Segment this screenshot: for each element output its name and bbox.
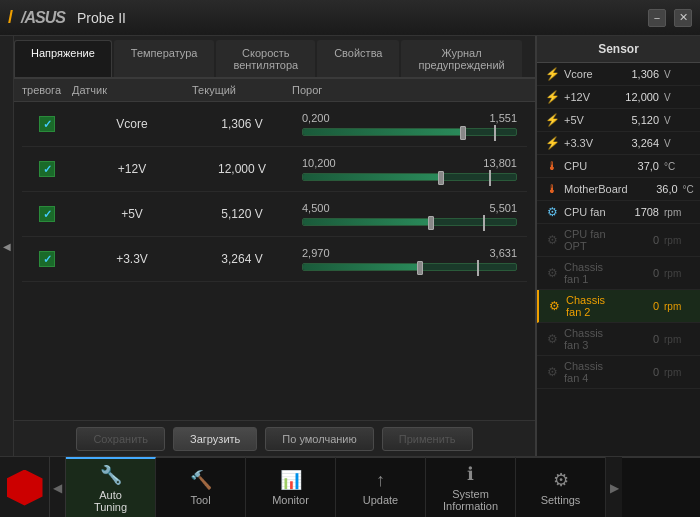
sensor-icon-8: ⚙ bbox=[545, 266, 559, 280]
sidebar-sensor-label-0: Vcore bbox=[564, 68, 609, 80]
app-logo: / /ASUS Probe II bbox=[8, 7, 126, 28]
sensor-name-3: +3.3V bbox=[72, 252, 192, 266]
sidebar-sensor-2[interactable]: ⚡ +5V 5,120 V bbox=[537, 109, 700, 132]
nav-btn-auto-tuning[interactable]: 🔧 AutoTuning bbox=[66, 457, 156, 517]
slider-track-2[interactable] bbox=[302, 218, 517, 226]
sidebar-sensor-label-6: CPU fan bbox=[564, 206, 609, 218]
load-button[interactable]: Загрузить bbox=[173, 427, 257, 451]
sensor-table: тревога Датчик Текущий Порог Vcore 1,306… bbox=[14, 79, 535, 420]
nav-btn-update[interactable]: ↑ Update bbox=[336, 457, 426, 517]
slider-fill-3 bbox=[303, 264, 420, 270]
close-button[interactable]: ✕ bbox=[674, 9, 692, 27]
sidebar-items: ⚡ Vcore 1,306 V ⚡ +12V 12,000 V ⚡ +5V 5,… bbox=[537, 63, 700, 389]
sidebar-sensor-8[interactable]: ⚙ Chassis fan 1 0 rpm bbox=[537, 257, 700, 290]
sensor-name-1: +12V bbox=[72, 162, 192, 176]
titlebar: / /ASUS Probe II − ✕ bbox=[0, 0, 700, 36]
sensor-icon-4: 🌡 bbox=[545, 159, 559, 173]
sidebar-sensor-5[interactable]: 🌡 MotherBoard 36,0 °C bbox=[537, 178, 700, 201]
minimize-button[interactable]: − bbox=[648, 9, 666, 27]
checkbox-cell-0 bbox=[22, 116, 72, 132]
asus-logo-text: /ASUS bbox=[21, 9, 65, 27]
sidebar-sensor-unit-1: V bbox=[664, 92, 692, 103]
tab-properties[interactable]: Свойства bbox=[317, 40, 399, 77]
threshold-min-3: 2,970 bbox=[302, 247, 330, 259]
col-threshold: Порог bbox=[292, 84, 527, 96]
chevron-left-icon: ◀ bbox=[53, 481, 62, 495]
sidebar-sensor-6[interactable]: ⚙ CPU fan 1708 rpm bbox=[537, 201, 700, 224]
sidebar-sensor-label-4: CPU bbox=[564, 160, 609, 172]
sidebar-sensor-unit-11: rpm bbox=[664, 367, 692, 378]
threshold-max-2: 5,501 bbox=[489, 202, 517, 214]
save-button[interactable]: Сохранить bbox=[76, 427, 165, 451]
threshold-min-2: 4,500 bbox=[302, 202, 330, 214]
table-row: +12V 12,000 V 10,200 13,801 bbox=[22, 147, 527, 192]
sidebar-sensor-value-0: 1,306 bbox=[614, 68, 659, 80]
sidebar-sensor-label-5: MotherBoard bbox=[564, 183, 628, 195]
sidebar-sensor-unit-10: rpm bbox=[664, 334, 692, 345]
sidebar-sensor-10[interactable]: ⚙ Chassis fan 3 0 rpm bbox=[537, 323, 700, 356]
nav-btn-icon-3: ↑ bbox=[376, 470, 385, 491]
default-button[interactable]: По умолчанию bbox=[265, 427, 373, 451]
nav-btn-icon-5: ⚙ bbox=[553, 469, 569, 491]
slider-track-0[interactable] bbox=[302, 128, 517, 136]
tab-temperature[interactable]: Температура bbox=[114, 40, 215, 77]
nav-next-arrow[interactable]: ▶ bbox=[606, 457, 622, 517]
sidebar-sensor-3[interactable]: ⚡ +3.3V 3,264 V bbox=[537, 132, 700, 155]
nav-btn-system-information[interactable]: ℹ SystemInformation bbox=[426, 457, 516, 517]
sidebar-sensor-9[interactable]: ⚙ Chassis fan 2 0 rpm bbox=[537, 290, 700, 323]
checkbox-2[interactable] bbox=[39, 206, 55, 222]
checkbox-0[interactable] bbox=[39, 116, 55, 132]
checkbox-1[interactable] bbox=[39, 161, 55, 177]
sidebar-sensor-unit-7: rpm bbox=[664, 235, 692, 246]
threshold-values-3: 2,970 3,631 bbox=[302, 247, 517, 259]
slider-handle-min-3[interactable] bbox=[417, 261, 423, 275]
sidebar-sensor-4[interactable]: 🌡 CPU 37,0 °C bbox=[537, 155, 700, 178]
sidebar-sensor-0[interactable]: ⚡ Vcore 1,306 V bbox=[537, 63, 700, 86]
slider-handle-min-2[interactable] bbox=[428, 216, 434, 230]
sidebar-sensor-value-4: 37,0 bbox=[614, 160, 659, 172]
table-header: тревога Датчик Текущий Порог bbox=[14, 79, 535, 102]
nav-btn-label-2: Monitor bbox=[272, 494, 309, 506]
nav-btn-monitor[interactable]: 📊 Monitor bbox=[246, 457, 336, 517]
nav-btn-label-0: AutoTuning bbox=[94, 489, 127, 513]
sidebar-sensor-value-11: 0 bbox=[614, 366, 659, 378]
table-row: +5V 5,120 V 4,500 5,501 bbox=[22, 192, 527, 237]
sidebar-sensor-value-10: 0 bbox=[614, 333, 659, 345]
sidebar-sensor-unit-3: V bbox=[664, 138, 692, 149]
threshold-area-2: 4,500 5,501 bbox=[292, 202, 527, 226]
apply-button[interactable]: Применить bbox=[382, 427, 473, 451]
titlebar-controls: − ✕ bbox=[648, 9, 692, 27]
table-body: Vcore 1,306 V 0,200 1,551 +12V 12,000 V … bbox=[14, 102, 535, 282]
slider-track-1[interactable] bbox=[302, 173, 517, 181]
slider-fill-2 bbox=[303, 219, 431, 225]
tab-alert-log[interactable]: Журналпредупреждений bbox=[401, 40, 521, 77]
slider-track-3[interactable] bbox=[302, 263, 517, 271]
asus-slash-icon: / bbox=[8, 7, 13, 28]
table-row: Vcore 1,306 V 0,200 1,551 bbox=[22, 102, 527, 147]
sensor-icon-3: ⚡ bbox=[545, 136, 559, 150]
tab-fan-speed[interactable]: Скоростьвентилятора bbox=[216, 40, 315, 77]
nav-btn-settings[interactable]: ⚙ Settings bbox=[516, 457, 606, 517]
threshold-area-0: 0,200 1,551 bbox=[292, 112, 527, 136]
col-alert: тревога bbox=[22, 84, 72, 96]
main-container: Напряжение Температура Скоростьвентилято… bbox=[0, 36, 700, 456]
nav-btn-icon-1: 🔨 bbox=[190, 469, 212, 491]
nav-btn-icon-2: 📊 bbox=[280, 469, 302, 491]
sidebar-sensor-value-3: 3,264 bbox=[614, 137, 659, 149]
slider-handle-min-1[interactable] bbox=[438, 171, 444, 185]
nav-btn-tool[interactable]: 🔨 Tool bbox=[156, 457, 246, 517]
slider-marker-2 bbox=[483, 215, 485, 231]
checkbox-cell-2 bbox=[22, 206, 72, 222]
sidebar-sensor-value-5: 36,0 bbox=[633, 183, 678, 195]
sidebar-sensor-1[interactable]: ⚡ +12V 12,000 V bbox=[537, 86, 700, 109]
tab-voltage[interactable]: Напряжение bbox=[14, 40, 112, 77]
threshold-min-0: 0,200 bbox=[302, 112, 330, 124]
collapse-arrow[interactable]: ◀ bbox=[0, 36, 14, 456]
asus-taskbar-icon bbox=[7, 470, 43, 506]
sidebar-sensor-11[interactable]: ⚙ Chassis fan 4 0 rpm bbox=[537, 356, 700, 389]
nav-btn-icon-4: ℹ bbox=[467, 463, 474, 485]
checkbox-3[interactable] bbox=[39, 251, 55, 267]
sidebar-sensor-7[interactable]: ⚙ CPU fan OPT 0 rpm bbox=[537, 224, 700, 257]
nav-prev-arrow[interactable]: ◀ bbox=[50, 457, 66, 517]
slider-handle-min-0[interactable] bbox=[460, 126, 466, 140]
